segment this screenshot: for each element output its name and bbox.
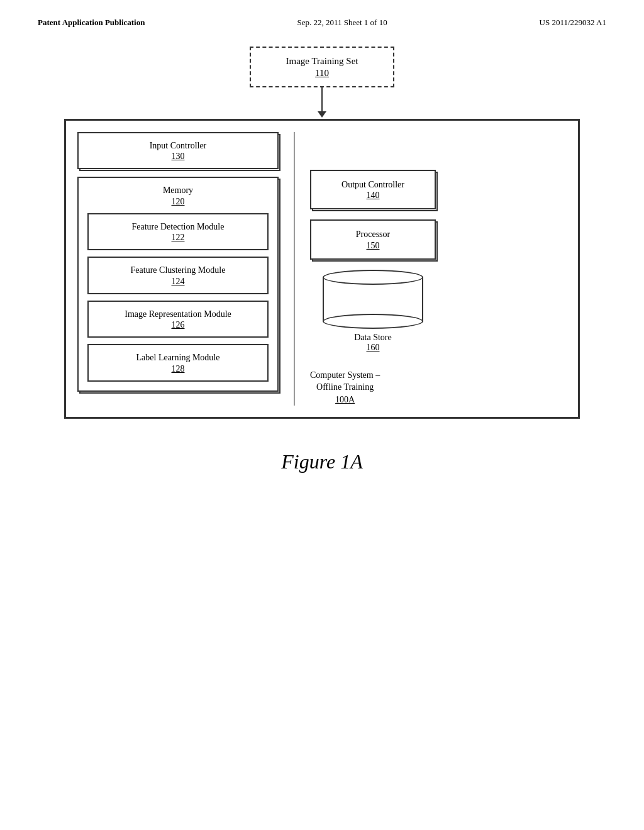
image-representation-number: 126 bbox=[97, 320, 258, 330]
patent-number: US 2011/229032 A1 bbox=[540, 18, 606, 28]
image-training-set-box: Image Training Set 110 bbox=[250, 47, 394, 87]
output-controller-box: Output Controller 140 bbox=[310, 170, 436, 210]
memory-box: Memory 120 Feature Detection Module 122 … bbox=[77, 177, 279, 392]
computer-system-text: Computer System –Offline Training bbox=[310, 369, 380, 394]
main-system-box: Input Controller 130 Memory 120 Feature … bbox=[64, 119, 580, 419]
feature-clustering-box: Feature Clustering Module 124 bbox=[87, 257, 269, 294]
figure-label: Figure 1A bbox=[0, 450, 644, 492]
left-column: Input Controller 130 Memory 120 Feature … bbox=[77, 132, 279, 406]
image-representation-label: Image Representation Module bbox=[97, 308, 258, 321]
feature-detection-box: Feature Detection Module 122 bbox=[87, 213, 269, 251]
image-representation-box: Image Representation Module 126 bbox=[87, 301, 269, 338]
feature-clustering-number: 124 bbox=[97, 277, 258, 287]
processor-label: Processor bbox=[321, 228, 425, 241]
arrow-down-icon bbox=[318, 87, 326, 119]
label-learning-box: Label Learning Module 128 bbox=[87, 344, 269, 382]
right-column: Output Controller 140 Processor 150 Data… bbox=[310, 132, 567, 406]
page-header: Patent Application Publication Sep. 22, … bbox=[0, 0, 644, 28]
input-controller-label: Input Controller bbox=[87, 140, 269, 152]
memory-header: Memory 120 bbox=[87, 184, 269, 207]
computer-system-number: 100A bbox=[310, 394, 380, 406]
output-controller-label: Output Controller bbox=[321, 179, 425, 191]
image-training-set-number: 110 bbox=[270, 68, 374, 79]
publication-date: Sep. 22, 2011 Sheet 1 of 10 bbox=[297, 18, 387, 28]
label-learning-number: 128 bbox=[97, 364, 258, 374]
cylinder-bottom bbox=[323, 314, 423, 329]
processor-number: 150 bbox=[321, 241, 425, 251]
diagram-area: Image Training Set 110 Input Controller … bbox=[0, 28, 644, 419]
cylinder-shape bbox=[323, 270, 423, 329]
feature-detection-number: 122 bbox=[97, 233, 258, 243]
label-learning-label: Label Learning Module bbox=[97, 351, 258, 364]
data-store-cylinder: Data Store 160 bbox=[310, 270, 436, 353]
memory-number: 120 bbox=[87, 197, 269, 207]
cylinder-top bbox=[323, 270, 423, 285]
publication-type: Patent Application Publication bbox=[38, 18, 145, 28]
feature-detection-label: Feature Detection Module bbox=[97, 221, 258, 233]
memory-sub-boxes: Feature Detection Module 122 Feature Clu… bbox=[87, 213, 269, 382]
output-controller-number: 140 bbox=[321, 191, 425, 201]
feature-clustering-label: Feature Clustering Module bbox=[97, 264, 258, 277]
computer-system-label: Computer System –Offline Training 100A bbox=[310, 369, 380, 406]
memory-label: Memory bbox=[87, 184, 269, 197]
image-training-set-label: Image Training Set bbox=[270, 55, 374, 68]
divider-line bbox=[294, 132, 295, 406]
input-controller-number: 130 bbox=[87, 152, 269, 162]
input-controller-box: Input Controller 130 bbox=[77, 132, 279, 170]
data-store-label: Data Store 160 bbox=[354, 333, 391, 353]
processor-box: Processor 150 bbox=[310, 219, 436, 260]
